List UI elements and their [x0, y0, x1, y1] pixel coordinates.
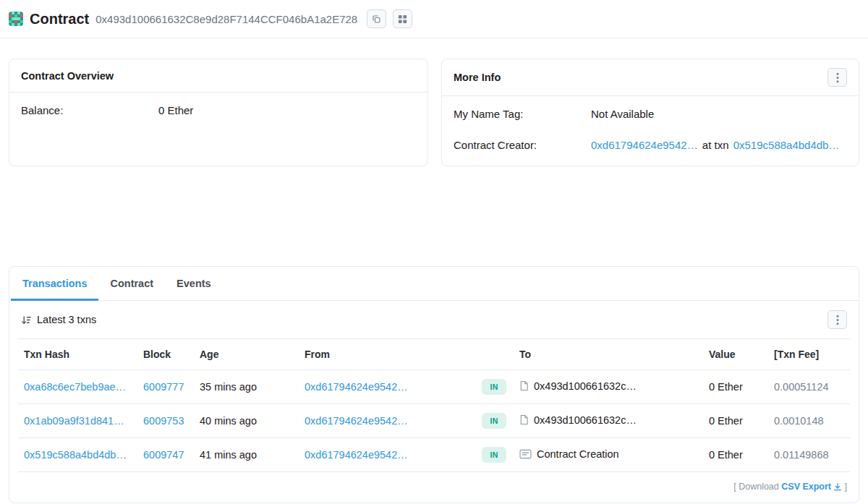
txn-hash-link[interactable]: 0x1ab09a9f31d841… — [24, 415, 124, 427]
csv-export-link[interactable]: CSV Export — [781, 482, 842, 492]
value-cell: 0 Ether — [703, 370, 768, 404]
block-link[interactable]: 6009747 — [143, 449, 184, 461]
download-icon — [833, 482, 842, 491]
download-prefix-text: [ Download — [733, 482, 779, 492]
from-address-link[interactable]: 0xd61794624e9542… — [305, 381, 408, 393]
col-header-txn-fee: [Txn Fee] — [768, 339, 850, 370]
page-title: Contract — [30, 11, 89, 27]
col-header-txn-hash: Txn Hash — [18, 339, 137, 370]
txn-fee-cell: 0.0010148 — [768, 404, 850, 438]
age-cell: 40 mins ago — [194, 404, 299, 438]
contract-overview-header: Contract Overview — [9, 59, 427, 93]
copy-icon — [372, 14, 381, 24]
table-footer: [ Download CSV Export ] — [9, 472, 859, 503]
table-row: 0x1ab09a9f31d841… 6009753 40 mins ago 0x… — [18, 404, 850, 438]
grid-icon — [398, 14, 407, 24]
download-suffix-text: ] — [845, 482, 847, 492]
txn-hash-link[interactable]: 0xa68c6ec7beb9ae… — [24, 381, 126, 393]
document-icon — [519, 414, 529, 425]
name-tag-label: My Name Tag: — [454, 108, 591, 120]
to-address-text: Contract Creation — [537, 448, 619, 460]
col-header-to: To — [514, 339, 703, 370]
contract-address: 0x493d100661632C8e9d28F7144CCF046bA1a2E7… — [95, 13, 357, 25]
contract-creator-label: Contract Creator: — [454, 139, 591, 151]
block-link[interactable]: 6009753 — [143, 415, 184, 427]
txn-hash-link[interactable]: 0x519c588a4bd4db… — [24, 449, 127, 461]
balance-row: Balance: 0 Ether — [21, 104, 416, 116]
to-cell: 0x493d100661632c… — [519, 380, 637, 392]
creator-txn-link[interactable]: 0x519c588a4bd4db… — [733, 139, 840, 151]
name-tag-row: My Name Tag: Not Available — [454, 108, 847, 120]
value-cell: 0 Ether — [703, 404, 768, 438]
tab-bar: Transactions Contract Events — [9, 267, 859, 301]
ellipsis-vertical-icon — [836, 315, 839, 325]
table-row: 0xa68c6ec7beb9ae… 6009777 35 mins ago 0x… — [18, 370, 850, 404]
txn-fee-cell: 0.01149868 — [768, 438, 850, 472]
to-cell: 0x493d100661632c… — [519, 414, 637, 426]
col-header-from: From — [299, 339, 476, 370]
more-info-body: My Name Tag: Not Available Contract Crea… — [442, 96, 859, 166]
latest-txns-label: Latest 3 txns — [37, 314, 96, 325]
transactions-toolbar: Latest 3 txns — [9, 301, 859, 338]
transactions-table: Txn Hash Block Age From To Value [Txn Fe… — [18, 338, 850, 472]
from-address-link[interactable]: 0xd61794624e9542… — [305, 415, 408, 427]
value-cell: 0 Ether — [703, 438, 768, 472]
direction-badge: IN — [482, 379, 506, 395]
to-address-text: 0x493d100661632c… — [534, 414, 637, 426]
page-header: Contract 0x493d100661632C8e9d28F7144CCF0… — [0, 0, 868, 38]
address-format-button[interactable] — [393, 9, 412, 28]
age-cell: 41 mins ago — [194, 438, 299, 472]
direction-badge: IN — [482, 413, 506, 429]
age-cell: 35 mins ago — [194, 370, 299, 404]
from-address-link[interactable]: 0xd61794624e9542… — [305, 449, 408, 461]
csv-export-label: CSV Export — [781, 482, 831, 492]
to-cell: Contract Creation — [519, 448, 619, 460]
contract-creator-value: 0xd61794624e9542… at txn 0x519c588a4bd4d… — [591, 139, 839, 151]
contract-avatar — [9, 12, 23, 26]
latest-txns-label-group: Latest 3 txns — [21, 314, 96, 325]
contract-overview-card: Contract Overview Balance: 0 Ether — [9, 59, 428, 166]
block-link[interactable]: 6009777 — [143, 381, 184, 393]
col-header-age: Age — [194, 339, 299, 370]
direction-badge: IN — [482, 447, 506, 463]
more-info-title: More Info — [454, 72, 501, 83]
balance-value: 0 Ether — [158, 104, 193, 116]
ellipsis-vertical-icon — [836, 72, 839, 83]
sort-icon — [21, 315, 32, 325]
transactions-menu-button[interactable] — [827, 310, 847, 329]
document-icon — [519, 380, 529, 391]
creator-connector-text: at txn — [702, 139, 729, 151]
tab-transactions[interactable]: Transactions — [11, 267, 98, 301]
col-header-direction — [476, 339, 514, 370]
more-info-header: More Info — [442, 59, 859, 96]
contract-overview-body: Balance: 0 Ether — [9, 93, 427, 131]
more-info-card: More Info My Name Tag: Not Available Con… — [441, 59, 859, 166]
balance-label: Balance: — [21, 104, 158, 116]
copy-address-button[interactable] — [367, 9, 386, 28]
tab-events[interactable]: Events — [165, 267, 223, 301]
col-header-block: Block — [137, 339, 194, 370]
contract-creator-row: Contract Creator: 0xd61794624e9542… at t… — [454, 139, 847, 151]
table-header-row: Txn Hash Block Age From To Value [Txn Fe… — [18, 339, 850, 370]
to-address-text: 0x493d100661632c… — [534, 380, 637, 392]
col-header-value: Value — [703, 339, 768, 370]
more-info-menu-button[interactable] — [827, 68, 847, 87]
creator-address-link[interactable]: 0xd61794624e9542… — [591, 139, 698, 151]
contract-creation-icon — [519, 449, 532, 459]
table-row: 0x519c588a4bd4db… 6009747 41 mins ago 0x… — [18, 438, 850, 472]
transactions-card: Transactions Contract Events Latest 3 tx… — [9, 266, 859, 503]
txn-fee-cell: 0.00051124 — [768, 370, 850, 404]
name-tag-value: Not Available — [591, 108, 654, 120]
summary-cards-row: Contract Overview Balance: 0 Ether More … — [0, 38, 868, 166]
tab-contract[interactable]: Contract — [98, 267, 165, 301]
contract-overview-title: Contract Overview — [21, 70, 114, 82]
